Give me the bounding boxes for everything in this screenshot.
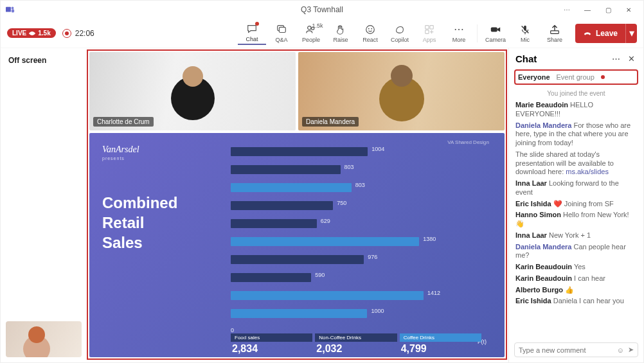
chart-bar-label: 976 (368, 254, 377, 260)
chat-close-icon[interactable]: ✕ (625, 54, 637, 64)
chat-more-icon[interactable]: ⋯ (610, 54, 622, 64)
chat-icon (246, 23, 258, 35)
video-row: Charlotte de Crum Daniela Mandera (88, 51, 506, 133)
chart-bar (231, 291, 424, 300)
toolbar-raise[interactable]: Raise (326, 22, 355, 45)
viewer-count: 1.5k (38, 30, 50, 37)
chat-panel: Chat ⋯ ✕ Everyone Event group You joined… (508, 48, 643, 362)
chart-bar-label: 1412 (427, 290, 440, 296)
chart-bar (231, 147, 368, 156)
meeting-toolbar: LIVE 1.5k 22:06 Chat Q&A 1.5k People Rai… (1, 19, 643, 48)
live-badge: LIVE 1.5k (7, 28, 56, 38)
chat-title: Chat (515, 53, 606, 64)
chat-emoji-icon[interactable]: ☺ (617, 346, 624, 354)
toolbar-copilot-label: Copilot (391, 37, 409, 43)
svg-rect-2 (12, 9, 14, 12)
chart-bar (231, 183, 352, 192)
chart-bar-label: 629 (321, 218, 330, 224)
toolbar-separator (477, 24, 478, 42)
record-icon[interactable] (62, 29, 71, 38)
toolbar-people-label: People (302, 37, 320, 43)
window-more-icon[interactable]: ⋯ (557, 3, 577, 16)
chat-tabs-highlight: Everyone Event group (514, 69, 638, 85)
leave-button[interactable]: Leave ▾ (575, 24, 637, 43)
viewers-icon (29, 31, 35, 36)
toolbar-more[interactable]: ⋯ More (445, 22, 473, 45)
chart-bar-label: 1380 (423, 236, 436, 242)
toolbar-camera[interactable]: Camera (481, 22, 510, 44)
chart-bar-label: 803 (355, 182, 365, 188)
react-icon (364, 24, 376, 35)
toolbar-share-label: Share (547, 37, 562, 43)
left-column: Off screen (1, 48, 87, 362)
chart-bar (231, 165, 341, 174)
toolbar-people-count: 1.5k (312, 22, 323, 29)
toolbar-react[interactable]: React (356, 22, 384, 45)
svg-point-7 (366, 25, 375, 33)
self-camera-tile[interactable] (6, 321, 82, 357)
chat-message: Marie Beaudoin HELLO EVERYONE!!! (515, 101, 637, 119)
chart-bar (231, 237, 419, 246)
chat-tab-everyone[interactable]: Everyone (518, 73, 550, 81)
chart-bar (231, 219, 317, 228)
teams-app-icon (6, 5, 15, 14)
chat-message: Daniela Mandera For those who are here, … (515, 121, 637, 148)
chat-message: Inna Laar Looking forward to the event (515, 179, 637, 197)
window-close-icon[interactable]: ✕ (619, 3, 638, 16)
chat-message: Daniela Mandera Can people hear me? (515, 243, 637, 261)
copilot-icon (394, 24, 406, 35)
slide-tag: VA Shared Design (447, 139, 489, 145)
toolbar-share[interactable]: Share (541, 22, 569, 44)
chat-notification-dot (255, 22, 259, 26)
titlebar: Q3 Townhall ⋯ ― ▢ ✕ (1, 1, 643, 19)
chat-input-row: ☺ ➤ (514, 342, 638, 357)
svg-rect-11 (430, 25, 433, 28)
video-tile-1[interactable]: Charlotte de Crum (89, 52, 296, 130)
leave-chevron-icon[interactable]: ▾ (625, 24, 637, 43)
apps-icon (424, 24, 435, 35)
svg-point-9 (371, 28, 372, 29)
window-maximize-icon[interactable]: ▢ (598, 3, 618, 16)
slide-chart: VA Shared Design 10048038037506291380976… (231, 145, 492, 346)
toolbar-camera-label: Camera (485, 37, 506, 43)
chart-bar (231, 201, 333, 210)
svg-rect-4 (279, 27, 285, 32)
chart-bar (231, 255, 364, 264)
chat-message: The slide shared at today's presentation… (515, 150, 637, 177)
toolbar-more-label: More (452, 37, 466, 43)
more-icon: ⋯ (453, 24, 465, 35)
toolbar-chat[interactable]: Chat (238, 22, 266, 45)
toolbar-apps[interactable]: Apps (415, 22, 443, 45)
svg-point-8 (368, 28, 370, 29)
hangup-icon (583, 29, 592, 38)
chat-message: Inna Laar New York + 1 (515, 231, 637, 240)
chat-message: Hanno Simon Hello from New York! 👋 (515, 211, 637, 229)
video-tile-2[interactable]: Daniela Mandera (298, 52, 505, 130)
toolbar-mic-label: Mic (521, 37, 530, 43)
chart-bar (231, 273, 311, 282)
main-area: Off screen Charlotte de Crum Daniela Man… (1, 48, 643, 362)
elapsed-timer: 22:06 (75, 29, 94, 38)
window-title: Q3 Townhall (0, 5, 644, 14)
toolbar-raise-label: Raise (333, 37, 348, 43)
chart-bar-label: 1000 (371, 308, 384, 314)
chat-message: Karin Beaudouin I can hear (515, 274, 637, 283)
chat-message: Eric Ishida ❤️ Joining from SF (515, 200, 637, 209)
stage-area: Charlotte de Crum Daniela Mandera VanArs… (87, 49, 507, 360)
chat-message: Alberto Burgo 👍 (515, 286, 637, 295)
toolbar-qa[interactable]: Q&A (267, 22, 296, 45)
chat-input[interactable] (519, 346, 613, 354)
chat-send-icon[interactable]: ➤ (628, 346, 634, 354)
chat-tab-event-group[interactable]: Event group (557, 73, 595, 81)
camera-icon (490, 24, 501, 35)
raise-hand-icon (335, 24, 346, 35)
window-minimize-icon[interactable]: ― (578, 3, 597, 16)
mic-off-icon (519, 24, 531, 35)
participant-name-1: Charlotte de Crum (93, 117, 154, 127)
toolbar-people[interactable]: 1.5k People (297, 22, 325, 45)
chart-bar-label: 590 (315, 272, 325, 278)
live-label: LIVE (12, 30, 26, 37)
toolbar-mic[interactable]: Mic (511, 22, 539, 44)
toolbar-copilot[interactable]: Copilot (386, 22, 414, 45)
shared-slide: VanArsdel presents Combined Retail Sales… (89, 133, 505, 357)
